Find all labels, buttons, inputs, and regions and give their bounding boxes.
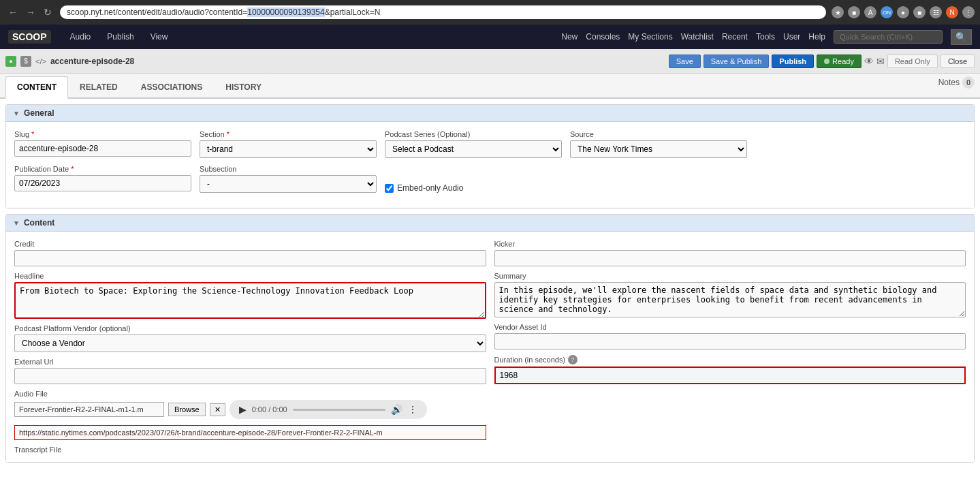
- source-select[interactable]: The New York Times: [570, 140, 747, 158]
- slug-group: Slug *: [14, 130, 191, 158]
- browser-actions: ★ ■ A ON ● ■ ☷ N ⋮: [832, 6, 975, 18]
- layout-icon[interactable]: ☷: [930, 6, 942, 18]
- readonly-button[interactable]: Read Only: [887, 54, 938, 68]
- publish-button[interactable]: Publish: [772, 54, 814, 68]
- forward-button[interactable]: →: [23, 5, 38, 19]
- browser-navigation[interactable]: ← → ↻: [5, 5, 54, 19]
- tab-related[interactable]: RELATED: [68, 76, 129, 97]
- more-options-icon[interactable]: ⋮: [408, 404, 417, 415]
- embed-only-checkbox[interactable]: [385, 184, 394, 193]
- browser-bar: ← → ↻ scoop.nyt.net/content/edit/audio/a…: [0, 0, 980, 25]
- summary-textarea[interactable]: In this episode, we'll explore the nasce…: [494, 282, 966, 317]
- browse-button[interactable]: Browse: [168, 403, 206, 416]
- pub-date-group: Publication Date *: [14, 165, 191, 193]
- extensions-icon[interactable]: ■: [848, 6, 860, 18]
- external-url-input[interactable]: [14, 368, 486, 384]
- refresh-button[interactable]: ↻: [41, 5, 54, 19]
- podcast-series-label: Podcast Series (Optional): [385, 130, 562, 138]
- vendor-asset-input[interactable]: [494, 333, 966, 349]
- vendor-select[interactable]: Choose a Vendor: [14, 334, 486, 352]
- nav-user[interactable]: User: [783, 32, 800, 42]
- general-toggle[interactable]: ▼: [13, 110, 20, 117]
- nav-my-sections[interactable]: My Sections: [628, 32, 672, 42]
- subsection-label: Subsection: [200, 165, 377, 173]
- nav-recent[interactable]: Recent: [722, 32, 748, 42]
- breadcrumb: accenture-episode-28: [50, 57, 134, 66]
- general-section-body: Slug * Section * t-brand Podcast Series …: [6, 122, 974, 208]
- dollar-icon: $: [20, 56, 31, 67]
- tab-associations[interactable]: ASSOCIATIONS: [129, 76, 214, 97]
- code-icon: </>: [35, 57, 46, 65]
- duration-label: Duration (in seconds): [494, 356, 566, 364]
- nav-new[interactable]: New: [561, 32, 578, 42]
- headline-textarea[interactable]: From Biotech to Space: Exploring the Sci…: [14, 282, 486, 319]
- duration-input[interactable]: [494, 367, 966, 384]
- remove-audio-button[interactable]: ✕: [210, 403, 225, 416]
- content-toggle[interactable]: ▼: [13, 219, 20, 227]
- nav-view[interactable]: View: [142, 27, 176, 47]
- external-url-label: External Url: [14, 358, 486, 366]
- summary-group: Summary In this episode, we'll explore t…: [494, 272, 966, 317]
- address-bar[interactable]: scoop.nyt.net/content/edit/audio/audio?c…: [60, 5, 826, 19]
- subsection-select[interactable]: -: [200, 175, 377, 193]
- content-section: ▼ Content Credit Headline From Biotech t…: [5, 214, 975, 463]
- content-right-col: Kicker Summary In this episode, we'll ex…: [494, 240, 966, 454]
- embed-only-row: Embed-only Audio: [385, 183, 463, 193]
- pub-date-input[interactable]: [14, 175, 191, 191]
- eye-icon[interactable]: 👁: [864, 56, 874, 67]
- ready-button[interactable]: Ready: [817, 54, 862, 68]
- menu-icon[interactable]: ⋮: [962, 6, 975, 18]
- slug-input[interactable]: [14, 140, 191, 157]
- on-icon[interactable]: ON: [881, 6, 893, 18]
- tab-content[interactable]: CONTENT: [5, 76, 68, 99]
- time-display: 0:00 / 0:00: [252, 405, 287, 414]
- user-icon[interactable]: N: [946, 6, 958, 18]
- notes-badge[interactable]: Notes 0: [938, 76, 975, 89]
- kicker-group: Kicker: [494, 240, 966, 266]
- credit-group: Credit: [14, 240, 486, 266]
- color-icon[interactable]: ●: [897, 6, 909, 18]
- profile-icon[interactable]: A: [864, 6, 876, 18]
- page-status-icon: ●: [5, 56, 16, 67]
- address-prefix: scoop.nyt.net/content/edit/audio/audio?c…: [67, 7, 247, 17]
- content-section-header: ▼ Content: [6, 215, 974, 232]
- nav-audio[interactable]: Audio: [62, 27, 99, 47]
- ready-indicator: [824, 59, 829, 64]
- tab-history[interactable]: HISTORY: [214, 76, 273, 97]
- save-publish-button[interactable]: Save & Publish: [704, 54, 770, 68]
- quick-search-input[interactable]: [834, 30, 943, 44]
- nav-watchlist[interactable]: Watchlist: [681, 32, 714, 42]
- pub-date-label: Publication Date *: [14, 165, 191, 173]
- ready-label: Ready: [832, 57, 854, 65]
- nav-consoles[interactable]: Consoles: [586, 32, 620, 42]
- slug-label: Slug *: [14, 130, 191, 138]
- external-url-group: External Url: [14, 358, 486, 384]
- address-highlight: 10000000090139354: [247, 7, 324, 17]
- email-icon[interactable]: ✉: [876, 56, 885, 67]
- nav-tools[interactable]: Tools: [756, 32, 775, 42]
- close-button[interactable]: Close: [941, 54, 975, 68]
- play-button[interactable]: ▶: [239, 404, 247, 415]
- credit-label: Credit: [14, 240, 486, 248]
- help-icon[interactable]: ?: [568, 355, 578, 364]
- volume-icon[interactable]: 🔊: [391, 404, 402, 415]
- general-section: ▼ General Slug * Section * t-brand: [5, 104, 975, 208]
- progress-bar[interactable]: [293, 409, 385, 411]
- save-button[interactable]: Save: [669, 54, 701, 68]
- podcast-series-group: Podcast Series (Optional) Select a Podca…: [385, 130, 562, 158]
- general-title: General: [24, 108, 54, 118]
- nav-publish[interactable]: Publish: [99, 27, 142, 47]
- duration-label-row: Duration (in seconds) ?: [494, 355, 966, 364]
- kicker-input[interactable]: [494, 250, 966, 266]
- back-button[interactable]: ←: [5, 5, 20, 19]
- section-select[interactable]: t-brand: [200, 140, 377, 158]
- nav-help[interactable]: Help: [808, 32, 825, 42]
- search-button[interactable]: 🔍: [951, 29, 972, 45]
- bookmark-icon[interactable]: ★: [832, 6, 844, 18]
- credit-input[interactable]: [14, 250, 486, 266]
- toolbar-right: Save Save & Publish Publish Ready 👁 ✉ Re…: [669, 54, 975, 68]
- extension2-icon[interactable]: ■: [913, 6, 926, 18]
- podcast-series-select[interactable]: Select a Podcast: [385, 140, 562, 158]
- source-group: Source The New York Times: [570, 130, 747, 158]
- address-suffix: &partialLock=N: [325, 7, 381, 17]
